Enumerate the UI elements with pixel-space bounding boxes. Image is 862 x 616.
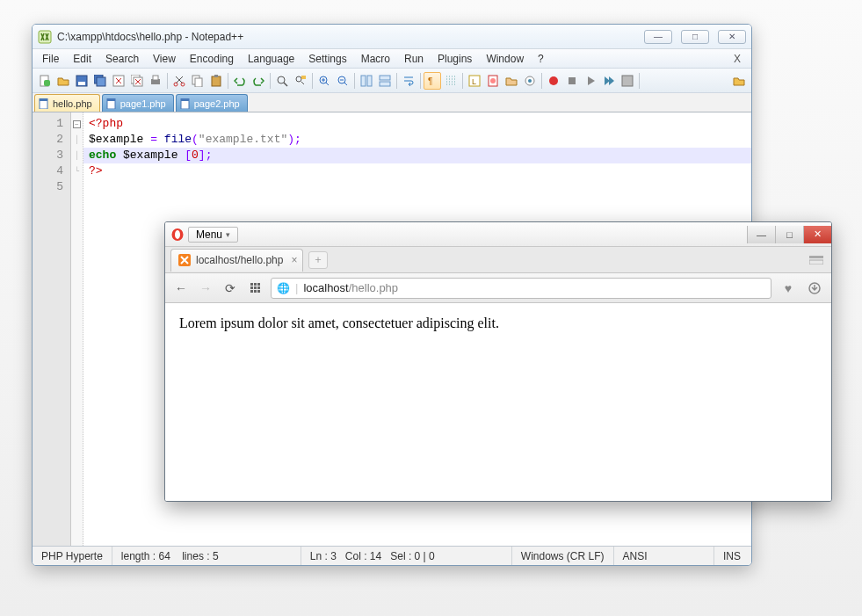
br-maximize-button[interactable]: □: [775, 226, 803, 243]
status-lang: PHP Hyperte: [33, 547, 112, 565]
npp-titlebar[interactable]: C:\xampp\htdocs\hello.php - Notepad++ — …: [33, 25, 751, 49]
save-all-icon[interactable]: [91, 72, 109, 90]
forward-button[interactable]: →: [197, 279, 214, 297]
menu-file[interactable]: File: [36, 51, 65, 67]
browser-window: Menu — □ ✕ localhost/hello.php × ＋ ← → ⟳…: [164, 221, 832, 502]
fold-toggle-icon[interactable]: −: [73, 120, 81, 128]
replace-icon[interactable]: [292, 72, 309, 90]
menu-close-x[interactable]: X: [727, 51, 748, 67]
tab-page1[interactable]: page1.php: [102, 94, 174, 112]
user-lang-icon[interactable]: L: [466, 72, 483, 90]
menu-window[interactable]: Window: [480, 51, 530, 67]
reload-button[interactable]: ⟳: [221, 279, 239, 297]
open-icon[interactable]: [54, 72, 72, 90]
cut-icon[interactable]: [170, 72, 188, 90]
doc-map-icon[interactable]: [484, 72, 502, 90]
new-tab-button[interactable]: ＋: [308, 251, 328, 269]
wrap-icon[interactable]: [400, 72, 417, 90]
toolbar: ¶ L: [33, 69, 751, 93]
stop-icon[interactable]: [563, 72, 581, 90]
svg-point-19: [296, 76, 301, 82]
new-icon[interactable]: [36, 72, 54, 90]
tab-page2[interactable]: page2.php: [176, 94, 248, 112]
globe-icon: 🌐: [277, 282, 290, 294]
notepadpp-icon: [38, 30, 52, 44]
close-icon[interactable]: [110, 72, 127, 90]
svg-rect-47: [809, 260, 823, 265]
tab-hello[interactable]: hello.php: [34, 94, 100, 112]
redo-icon[interactable]: [250, 72, 267, 90]
close-button[interactable]: ✕: [718, 30, 746, 44]
menu-settings[interactable]: Settings: [302, 51, 352, 67]
downloads-icon[interactable]: [805, 279, 824, 298]
find-icon[interactable]: [273, 72, 291, 90]
tab-label: page1.php: [120, 98, 166, 109]
statusbar: PHP Hyperte length : 64 lines : 5 Ln : 3…: [33, 546, 751, 565]
folder-icon[interactable]: [503, 72, 520, 90]
explorer-icon[interactable]: [730, 72, 748, 90]
menu-view[interactable]: View: [147, 51, 182, 67]
close-all-icon[interactable]: [128, 72, 146, 90]
sync-h-icon[interactable]: [376, 72, 394, 90]
bookmark-heart-icon[interactable]: ♥: [779, 279, 798, 298]
back-button[interactable]: ←: [172, 279, 190, 297]
menu-run[interactable]: Run: [398, 51, 430, 67]
svg-point-18: [278, 76, 285, 83]
maximize-button[interactable]: □: [681, 30, 709, 44]
monitor-icon[interactable]: [521, 72, 539, 90]
file-icon: [106, 98, 117, 109]
speed-dial-button[interactable]: [246, 279, 264, 297]
svg-rect-26: [380, 82, 390, 86]
status-pos: Ln : 3 Col : 14 Sel : 0 | 0: [301, 547, 512, 565]
br-tabbar: localhost/hello.php × ＋: [165, 247, 831, 273]
tab-close-icon[interactable]: ×: [291, 254, 297, 266]
paste-icon[interactable]: [207, 72, 225, 90]
menu-edit[interactable]: Edit: [67, 51, 98, 67]
svg-rect-38: [40, 98, 47, 101]
zoom-in-icon[interactable]: [315, 72, 333, 90]
svg-rect-16: [212, 76, 221, 86]
sync-v-icon[interactable]: [358, 72, 375, 90]
svg-rect-4: [78, 82, 85, 85]
menu-help[interactable]: ?: [532, 51, 550, 67]
record-icon[interactable]: [545, 72, 562, 90]
br-titlebar[interactable]: Menu — □ ✕: [165, 222, 831, 247]
menu-encoding[interactable]: Encoding: [184, 51, 240, 67]
menu-macro[interactable]: Macro: [355, 51, 396, 67]
browser-tab[interactable]: localhost/hello.php ×: [170, 249, 303, 272]
status-insert: INS: [714, 547, 751, 565]
save-icon[interactable]: [73, 72, 91, 90]
play-multi-icon[interactable]: [600, 72, 618, 90]
menu-search[interactable]: Search: [99, 51, 145, 67]
print-icon[interactable]: [147, 72, 164, 90]
minimize-button[interactable]: —: [644, 30, 672, 44]
svg-rect-23: [361, 76, 366, 86]
save-macro-icon[interactable]: [619, 72, 636, 90]
svg-rect-35: [569, 77, 576, 84]
show-all-chars-icon[interactable]: ¶: [424, 72, 441, 90]
opera-menu-button[interactable]: Menu: [188, 227, 238, 243]
menu-language[interactable]: Language: [242, 51, 301, 67]
menu-plugins[interactable]: Plugins: [431, 51, 478, 67]
indent-guide-icon[interactable]: [442, 72, 460, 90]
address-bar: ← → ⟳ 🌐 | localhost/hello.php ♥: [165, 273, 831, 303]
url-field[interactable]: 🌐 | localhost/hello.php: [271, 278, 771, 299]
page-body-text: Lorem ipsum dolor sit amet, consectetuer…: [179, 315, 499, 330]
status-eol: Windows (CR LF): [512, 547, 614, 565]
panel-toggle-icon[interactable]: [807, 253, 826, 267]
svg-rect-46: [809, 256, 823, 258]
grid-icon: [250, 283, 260, 293]
copy-icon[interactable]: [189, 72, 206, 90]
svg-rect-20: [301, 76, 306, 79]
br-close-button[interactable]: ✕: [803, 226, 831, 243]
fold-column: − │ │ └: [71, 112, 83, 546]
zoom-out-icon[interactable]: [334, 72, 351, 90]
play-icon[interactable]: [582, 72, 599, 90]
page-content: Lorem ipsum dolor sit amet, consectetuer…: [165, 303, 831, 501]
svg-rect-36: [622, 76, 633, 86]
br-minimize-button[interactable]: —: [747, 226, 775, 243]
undo-icon[interactable]: [231, 72, 249, 90]
svg-rect-40: [107, 98, 115, 101]
menubar: File Edit Search View Encoding Language …: [33, 49, 751, 69]
tab-label: hello.php: [53, 98, 92, 109]
